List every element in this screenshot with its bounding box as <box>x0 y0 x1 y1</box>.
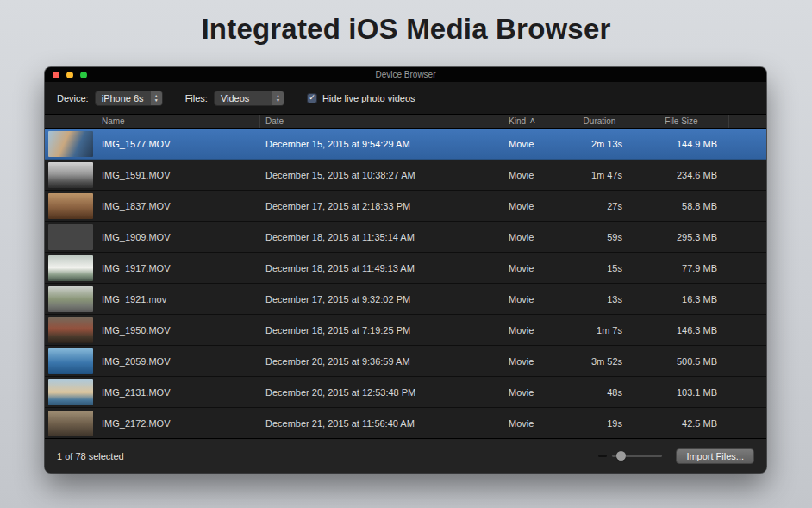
minimize-button[interactable] <box>66 72 73 78</box>
column-header-name[interactable]: Name <box>45 115 260 128</box>
file-kind: Movie <box>503 170 565 180</box>
file-duration: 27s <box>565 201 634 211</box>
file-kind: Movie <box>503 201 565 211</box>
hide-live-photos-label: Hide live photo videos <box>322 93 415 103</box>
file-date: December 18, 2015 at 7:19:25 PM <box>260 325 503 336</box>
file-name: IMG_1837.MOV <box>102 201 170 211</box>
column-header-kind[interactable]: Kind ᐱ <box>503 115 565 128</box>
video-thumbnail <box>48 348 93 374</box>
file-name: IMG_1909.MOV <box>102 232 170 242</box>
file-name: IMG_1591.MOV <box>102 170 170 180</box>
table-row[interactable]: IMG_2172.MOV December 21, 2015 at 11:56:… <box>45 408 766 438</box>
video-thumbnail <box>48 379 93 405</box>
file-kind: Movie <box>503 294 565 304</box>
file-date: December 20, 2015 at 9:36:59 AM <box>260 356 503 367</box>
file-name: IMG_2172.MOV <box>102 418 170 429</box>
import-files-button[interactable]: Import Files... <box>676 448 754 464</box>
files-label: Files: <box>185 93 208 103</box>
file-date: December 15, 2015 at 10:38:27 AM <box>260 170 503 180</box>
file-size: 58.8 MB <box>634 201 729 211</box>
file-kind: Movie <box>503 325 565 336</box>
hide-live-photos-option[interactable]: ✓ Hide live photo videos <box>307 93 415 103</box>
file-kind: Movie <box>503 139 565 149</box>
file-duration: 19s <box>565 418 634 429</box>
file-duration: 15s <box>565 263 634 273</box>
sort-ascending-icon: ᐱ <box>530 118 534 125</box>
file-kind: Movie <box>503 232 565 242</box>
file-size: 77.9 MB <box>634 263 729 273</box>
window-titlebar[interactable]: Device Browser <box>45 67 766 82</box>
window-footer: 1 of 78 selected Import Files... <box>45 438 766 473</box>
file-name: IMG_2131.MOV <box>102 387 170 398</box>
thumbnail-size-slider[interactable] <box>598 455 662 457</box>
table-row[interactable]: IMG_2131.MOV December 20, 2015 at 12:53:… <box>45 377 766 408</box>
checkmark-icon: ✓ <box>309 94 315 102</box>
file-kind: Movie <box>503 263 565 273</box>
column-header-duration[interactable]: Duration <box>565 115 634 128</box>
video-thumbnail <box>48 162 93 188</box>
file-size: 103.1 MB <box>634 387 729 398</box>
file-size: 234.6 MB <box>634 170 729 180</box>
file-name: IMG_1577.MOV <box>102 139 170 149</box>
close-button[interactable] <box>53 72 59 78</box>
device-popup[interactable]: iPhone 6s ▲ ▼ <box>95 91 163 106</box>
video-thumbnail <box>48 286 93 312</box>
file-kind: Movie <box>503 387 565 398</box>
stepper-down-icon: ▼ <box>154 98 159 103</box>
file-date: December 18, 2015 at 11:49:13 AM <box>260 263 503 273</box>
popup-stepper-icon: ▲ ▼ <box>272 91 284 105</box>
file-size: 144.9 MB <box>634 139 729 149</box>
table-row[interactable]: IMG_1917.MOV December 18, 2015 at 11:49:… <box>45 253 766 284</box>
file-duration: 48s <box>565 387 634 398</box>
table-row[interactable]: IMG_1921.mov December 17, 2015 at 9:32:0… <box>45 284 766 315</box>
video-thumbnail <box>48 131 93 157</box>
column-header-date[interactable]: Date <box>260 115 503 128</box>
slider-min-icon <box>598 455 607 457</box>
file-date: December 15, 2015 at 9:54:29 AM <box>260 139 503 149</box>
file-size: 295.3 MB <box>634 232 729 242</box>
zoom-button[interactable] <box>80 72 87 78</box>
file-size: 146.3 MB <box>634 325 729 336</box>
slider-track[interactable] <box>612 455 662 457</box>
file-duration: 3m 52s <box>565 356 634 367</box>
file-date: December 21, 2015 at 11:56:40 AM <box>260 418 503 429</box>
table-row[interactable]: IMG_2059.MOV December 20, 2015 at 9:36:5… <box>45 346 766 377</box>
file-duration: 1m 7s <box>565 325 634 336</box>
video-thumbnail <box>48 193 93 219</box>
file-date: December 17, 2015 at 2:18:33 PM <box>260 201 503 211</box>
file-kind: Movie <box>503 418 565 429</box>
table-row[interactable]: IMG_1577.MOV December 15, 2015 at 9:54:2… <box>45 129 766 160</box>
file-kind: Movie <box>503 356 565 367</box>
table-row[interactable]: IMG_1950.MOV December 18, 2015 at 7:19:2… <box>45 315 766 346</box>
slider-knob[interactable] <box>616 451 626 461</box>
file-date: December 17, 2015 at 9:32:02 PM <box>260 294 503 304</box>
selection-status: 1 of 78 selected <box>57 451 124 461</box>
video-thumbnail <box>48 411 93 436</box>
files-popup[interactable]: Videos ▲ ▼ <box>214 91 284 106</box>
toolbar: Device: iPhone 6s ▲ ▼ Files: Videos ▲ ▼ … <box>45 82 766 114</box>
file-duration: 1m 47s <box>565 170 634 180</box>
file-name: IMG_2059.MOV <box>102 356 170 367</box>
file-duration: 13s <box>565 294 634 304</box>
device-label: Device: <box>57 93 89 103</box>
table-header: Name Date Kind ᐱ Duration File Size <box>45 114 766 129</box>
hide-live-photos-checkbox[interactable]: ✓ <box>307 93 317 103</box>
column-header-file-size[interactable]: File Size <box>634 115 729 128</box>
stepper-down-icon: ▼ <box>276 98 280 103</box>
file-size: 16.3 MB <box>634 294 729 304</box>
window-controls <box>45 72 87 78</box>
video-thumbnail <box>48 224 93 250</box>
window-title: Device Browser <box>45 70 766 79</box>
file-name: IMG_1917.MOV <box>102 263 170 273</box>
file-size: 500.5 MB <box>634 356 729 367</box>
table-row[interactable]: IMG_1909.MOV December 18, 2015 at 11:35:… <box>45 222 766 253</box>
file-name: IMG_1950.MOV <box>102 325 170 336</box>
file-name: IMG_1921.mov <box>102 294 166 304</box>
table-row[interactable]: IMG_1837.MOV December 17, 2015 at 2:18:3… <box>45 191 766 222</box>
table-row[interactable]: IMG_1591.MOV December 15, 2015 at 10:38:… <box>45 160 766 191</box>
file-list: IMG_1577.MOV December 15, 2015 at 9:54:2… <box>45 129 766 438</box>
device-popup-value: iPhone 6s <box>102 93 144 103</box>
popup-stepper-icon: ▲ ▼ <box>151 91 162 105</box>
page-title: Integrated iOS Media Browser <box>0 0 812 46</box>
video-thumbnail <box>48 255 93 281</box>
